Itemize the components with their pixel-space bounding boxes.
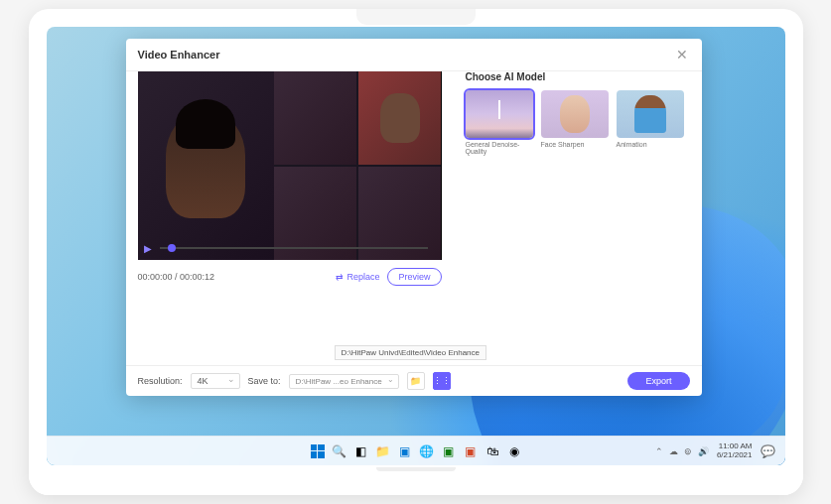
path-tooltip: D:\HitPaw Univd\Edited\Video Enhance [335, 345, 487, 360]
model-option-animation[interactable]: Animation [617, 90, 684, 155]
steam-icon: ◉ [509, 444, 519, 458]
laptop-base [29, 465, 803, 495]
steam-button[interactable]: ◉ [505, 442, 523, 460]
window-titlebar: Video Enhancer ✕ [126, 39, 702, 71]
wifi-icon[interactable]: ⊚ [684, 446, 692, 456]
task-view-button[interactable]: ◧ [352, 442, 370, 460]
powerpoint-icon: ▣ [465, 444, 476, 458]
start-button[interactable] [309, 442, 327, 460]
slider-icon: ⋮⋮ [433, 376, 451, 386]
notification-button[interactable]: 💬 [761, 444, 775, 458]
replace-button[interactable]: ⇄ Replace [336, 272, 379, 282]
app-icon: ▣ [399, 444, 410, 458]
window-title: Video Enhancer [138, 49, 220, 61]
browse-folder-button[interactable]: 📁 [407, 372, 425, 390]
taskbar-center: 🔍 ◧ 📁 ▣ 🌐 ▣ ▣ 🛍 ◉ [309, 442, 523, 460]
settings-button[interactable]: ⋮⋮ [433, 372, 451, 390]
play-button[interactable]: ▶ [144, 243, 152, 254]
video-tile [358, 71, 441, 165]
video-subject [166, 114, 245, 218]
model-option-denoise[interactable]: General Denoise-Quality [466, 90, 533, 155]
windows-logo-icon [311, 444, 325, 458]
edge-button[interactable]: 🌐 [418, 442, 436, 460]
chevron-up-icon[interactable]: ⌃ [655, 446, 663, 456]
seek-thumb[interactable] [168, 244, 176, 252]
app-icon: ▣ [443, 444, 454, 458]
resolution-label: Resolution: [138, 376, 183, 386]
time-display: 00:00:00 / 00:00:12 [138, 272, 215, 282]
laptop-frame: Video Enhancer ✕ [29, 9, 803, 495]
file-explorer-button[interactable]: 📁 [374, 442, 392, 460]
cloud-icon[interactable]: ☁ [669, 446, 678, 456]
edge-icon: 🌐 [419, 444, 434, 458]
store-icon: 🛍 [486, 444, 498, 458]
player-controls: ▶ [138, 236, 442, 260]
clock[interactable]: 11:00 AM 6/21/2021 [717, 442, 753, 460]
laptop-notch [356, 9, 476, 25]
seek-bar[interactable] [160, 247, 428, 249]
powerpoint-button[interactable]: ▣ [462, 442, 480, 460]
desktop-screen: Video Enhancer ✕ [47, 27, 785, 465]
model-thumbnail [541, 90, 609, 138]
saveto-label: Save to: [248, 376, 281, 386]
video-enhancer-window: Video Enhancer ✕ [126, 39, 702, 396]
resolution-select[interactable]: 4K [191, 373, 240, 389]
video-player[interactable]: ▶ [138, 71, 442, 260]
model-thumbnail [466, 90, 533, 138]
search-icon: 🔍 [332, 444, 346, 458]
video-tile [274, 71, 356, 165]
model-label: General Denoise-Quality [466, 141, 533, 155]
video-region-left [138, 71, 275, 260]
export-bar: Resolution: 4K Save to: D:\HitPaw ...eo … [126, 365, 702, 396]
model-label: Animation [617, 141, 684, 148]
folder-icon: 📁 [375, 444, 390, 458]
model-thumbnail [617, 90, 684, 138]
close-button[interactable]: ✕ [674, 47, 690, 63]
saveto-path[interactable]: D:\HitPaw ...eo Enhance [289, 374, 399, 389]
taskbar-app[interactable]: ▣ [396, 442, 414, 460]
video-region-right [274, 71, 441, 260]
panel-title: Choose AI Model [466, 71, 690, 82]
system-tray: ⌃ ☁ ⊚ 🔊 11:00 AM 6/21/2021 💬 [655, 442, 785, 460]
preview-button[interactable]: Preview [387, 268, 441, 286]
export-button[interactable]: Export [627, 372, 689, 390]
taskbar-app[interactable]: ▣ [440, 442, 458, 460]
ai-model-panel: Choose AI Model General Denoise-Quality … [454, 71, 702, 365]
folder-icon: 📁 [410, 376, 421, 386]
taskview-icon: ◧ [355, 444, 366, 458]
preview-panel: ▶ 00:00:00 / 00:00:12 ⇄ Replace Preview [126, 71, 454, 365]
video-frame [138, 71, 442, 260]
clock-date: 6/21/2021 [717, 451, 753, 460]
windows-taskbar: 🔍 ◧ 📁 ▣ 🌐 ▣ ▣ 🛍 ◉ ⌃ ☁ ⊚ 🔊 11:00 AM [47, 436, 785, 465]
volume-icon[interactable]: 🔊 [698, 446, 709, 456]
model-option-face-sharpen[interactable]: Face Sharpen [541, 90, 609, 155]
store-button[interactable]: 🛍 [484, 442, 501, 460]
search-button[interactable]: 🔍 [331, 442, 348, 460]
model-label: Face Sharpen [541, 141, 609, 148]
